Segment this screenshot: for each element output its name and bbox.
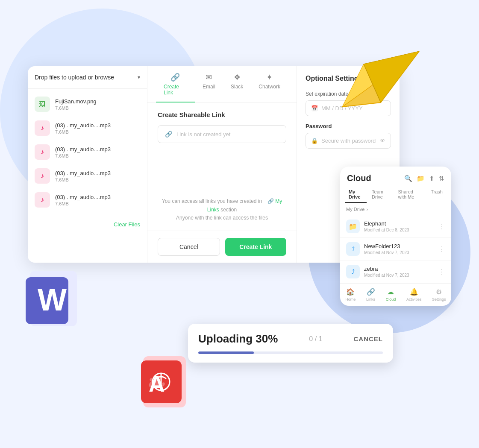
upload-cancel-button[interactable]: CANCEL [354, 335, 383, 343]
cloud-title: Cloud [347, 173, 371, 183]
email-icon: ✉ [206, 73, 212, 82]
file-audio-icon: ♪ [35, 120, 50, 136]
create-link-button[interactable]: Create Link [225, 238, 287, 256]
bell-icon: 🔔 [410, 288, 418, 296]
cloud-item-date: Modified at Dec 8, 2023 [364, 228, 434, 232]
create-link-title: Create Shareable Link [158, 111, 286, 118]
nav-home-label: Home [345, 297, 356, 302]
password-input-left: 🔒 Secure with password [311, 138, 376, 144]
cancel-button[interactable]: Cancel [158, 238, 220, 256]
file-size: 7.6MB [55, 129, 140, 135]
cloud-tab-my-drive[interactable]: My Drive [345, 187, 367, 203]
file-sidebar: Drop files to upload or browse ▾ 🖼 FujiS… [28, 66, 147, 263]
tab-content-create-link: Create Shareable Link 🔗 Link is not crea… [147, 102, 297, 172]
pdf-icon-decoration: A ❧ [141, 354, 188, 410]
nav-activities[interactable]: 🔔 Activities [406, 288, 422, 302]
file-name: (03) . my_audio....mp3 [55, 122, 140, 129]
cloud-bottom-nav: 🏠 Home 🔗 Links ☁ Cloud 🔔 Activities ⚙ Se… [340, 283, 451, 306]
svg-text:W: W [38, 283, 67, 317]
links-icon: 🔗 [367, 288, 375, 296]
cloud-tab-shared[interactable]: Shared with Me [394, 187, 426, 203]
sort-icon[interactable]: ⇅ [439, 175, 444, 182]
more-options-icon[interactable]: ⋮ [438, 268, 445, 276]
middle-section: 🔗 Create Link ✉ Email ❖ Slack ✦ Chatwork… [147, 66, 297, 263]
file-audio-icon: ♪ [35, 168, 50, 184]
lock-icon: 🔒 [311, 138, 318, 144]
tab-label-email: Email [203, 84, 215, 90]
file-audio-icon: ♪ [35, 192, 50, 208]
cloud-item-name: NewFolder123 [364, 243, 434, 249]
nav-home[interactable]: 🏠 Home [345, 288, 356, 302]
settings-icon: ⚙ [436, 288, 442, 296]
nav-cloud-label: Cloud [386, 297, 396, 302]
cloud-tabs: My Drive Team Drive Shared with Me Trash [340, 187, 451, 203]
access-note: You can access all links you have create… [158, 197, 286, 222]
breadcrumb-my-drive: My Drive [346, 207, 364, 212]
password-input[interactable]: 🔒 Secure with password 👁 [306, 133, 391, 149]
more-options-icon[interactable]: ⋮ [438, 245, 445, 253]
list-item: 🖼 FujiSan.mov.png 7.6MB [28, 92, 147, 116]
shared-folder-icon: ⤴ [346, 242, 360, 256]
upload-icon[interactable]: ⬆ [429, 175, 435, 182]
cloud-icon: ☁ [387, 288, 394, 296]
calendar-icon: 📅 [311, 105, 318, 111]
chatwork-icon: ✦ [266, 73, 273, 82]
tab-email[interactable]: ✉ Email [195, 67, 223, 102]
link-icon-small: 🔗 [267, 198, 274, 204]
word-icon-decoration: W [26, 269, 81, 333]
paper-plane-decoration [338, 26, 423, 111]
cloud-item-info: zebra Modified at Nov 7, 2023 [364, 266, 434, 278]
clear-files-button[interactable]: Clear Files [114, 221, 140, 228]
home-icon: 🏠 [346, 288, 355, 296]
link-input-box[interactable]: 🔗 Link is not created yet [158, 125, 286, 143]
breadcrumb-chevron: › [366, 207, 368, 212]
upload-panel: Uploading 30% 0 / 1 CANCEL [188, 324, 393, 363]
slack-icon: ❖ [234, 73, 241, 82]
tabs-row: 🔗 Create Link ✉ Email ❖ Slack ✦ Chatwork [147, 66, 297, 102]
file-audio-icon: ♪ [35, 144, 50, 160]
tab-label-slack: Slack [231, 84, 243, 90]
eye-icon[interactable]: 👁 [380, 138, 385, 144]
search-icon[interactable]: 🔍 [404, 175, 412, 182]
tab-slack[interactable]: ❖ Slack [223, 67, 251, 102]
nav-links[interactable]: 🔗 Links [366, 288, 375, 302]
file-size: 7.6MB [55, 201, 140, 206]
file-name: (03) . my_audio....mp3 [55, 146, 140, 152]
cloud-item-date: Modified at Nov 7, 2023 [364, 250, 434, 255]
section-label: section [220, 207, 237, 213]
file-info: FujiSan.mov.png 7.6MB [55, 98, 140, 111]
cloud-item-zebra: ⤴ zebra Modified at Nov 7, 2023 ⋮ [340, 261, 451, 283]
folder-icon: 📁 [346, 220, 360, 233]
nav-cloud[interactable]: ☁ Cloud [386, 288, 396, 302]
nav-settings[interactable]: ⚙ Settings [432, 288, 446, 302]
upload-count: 0 / 1 [309, 335, 322, 343]
tab-chatwork[interactable]: ✦ Chatwork [251, 67, 288, 102]
link-not-created-text: Link is not created yet [176, 131, 230, 138]
list-item: ♪ (03) . my_audio....mp3 7.6MB [28, 140, 147, 164]
access-info: You can access all links you have create… [147, 172, 297, 231]
folder-add-icon[interactable]: 📁 [417, 175, 425, 182]
cloud-header: Cloud 🔍 📁 ⬆ ⇅ [340, 167, 451, 187]
more-options-icon[interactable]: ⋮ [438, 223, 445, 231]
password-label: Password [306, 123, 391, 129]
cloud-item-date: Modified at Nov 7, 2023 [364, 273, 434, 278]
file-name: (03) . my_audio....mp3 [55, 194, 140, 200]
cloud-item-info: NewFolder123 Modified at Nov 7, 2023 [364, 243, 434, 255]
chevron-down-icon: ▾ [138, 74, 140, 80]
cloud-item-elephant: 📁 Elephant Modified at Dec 8, 2023 ⋮ [340, 215, 451, 238]
anyone-note: Anyone with the link can access the file… [176, 215, 268, 221]
cloud-tab-trash[interactable]: Trash [427, 187, 446, 203]
file-list: 🖼 FujiSan.mov.png 7.6MB ♪ (03) . my_audi… [28, 89, 147, 215]
progress-bar-fill [198, 351, 254, 354]
file-info: (03) . my_audio....mp3 7.6MB [55, 146, 140, 158]
cloud-item-name: zebra [364, 266, 434, 272]
file-size: 7.6MB [55, 153, 140, 158]
cloud-tab-team-drive[interactable]: Team Drive [368, 187, 393, 203]
cloud-item-info: Elephant Modified at Dec 8, 2023 [364, 220, 434, 232]
cloud-breadcrumb: My Drive › [340, 203, 451, 215]
tab-create-link[interactable]: 🔗 Create Link [156, 67, 195, 102]
file-sidebar-header[interactable]: Drop files to upload or browse ▾ [28, 66, 147, 89]
file-name: FujiSan.mov.png [55, 98, 140, 105]
cloud-item-newfolder: ⤴ NewFolder123 Modified at Nov 7, 2023 ⋮ [340, 238, 451, 261]
nav-settings-label: Settings [432, 297, 446, 302]
